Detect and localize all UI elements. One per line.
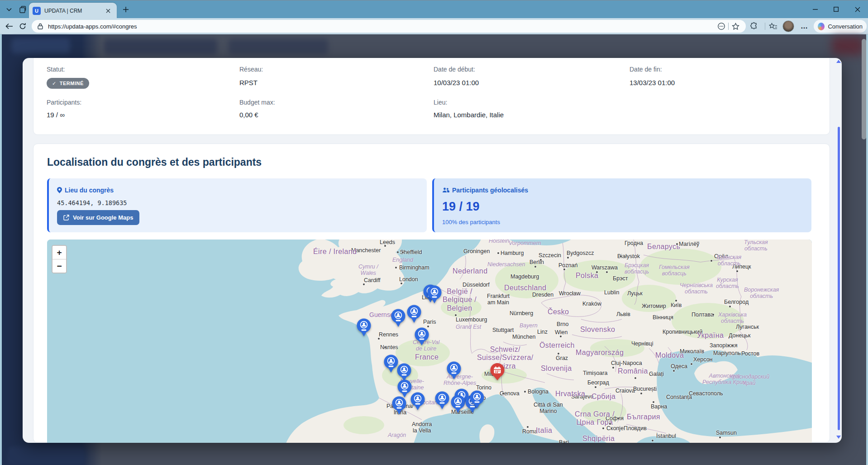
map-label: București bbox=[633, 386, 657, 392]
congress-marker[interactable] bbox=[489, 363, 506, 383]
new-tab-button[interactable] bbox=[120, 4, 131, 15]
map-city-dot bbox=[397, 251, 399, 253]
window-close-button[interactable] bbox=[847, 0, 868, 18]
browser-toolbar: https://updata-apps.com/#congres … Conve… bbox=[0, 18, 868, 34]
map-label: Magyarország bbox=[576, 349, 624, 357]
map-label: Bayern bbox=[520, 322, 538, 329]
profile-avatar[interactable] bbox=[782, 20, 794, 32]
browser-tab[interactable]: U UPDATA | CRM bbox=[29, 3, 117, 19]
url-text[interactable]: https://updata-apps.com/#congres bbox=[48, 23, 715, 30]
map-city-dot bbox=[497, 252, 499, 254]
map-city-dot bbox=[653, 401, 654, 403]
field-label-participants: Participants: bbox=[47, 99, 81, 106]
map-label: Nürnberg bbox=[510, 310, 533, 316]
browser-scrollbar-thumb[interactable] bbox=[862, 39, 866, 139]
map-label: Vorpommern bbox=[509, 240, 541, 246]
map-label: Беларусь bbox=[647, 243, 680, 251]
refresh-button[interactable] bbox=[16, 20, 29, 33]
map-label: Stuttgart bbox=[492, 327, 514, 333]
modal-scroll-down-arrow[interactable] bbox=[836, 436, 841, 439]
map-label: Andorra la Vella bbox=[412, 421, 432, 434]
split-screen-icon[interactable] bbox=[715, 20, 727, 32]
map-label: Орёл bbox=[714, 253, 728, 259]
field-value-date-fin: 13/03/23 01:00 bbox=[630, 79, 675, 86]
participant-marker[interactable] bbox=[434, 391, 450, 412]
participant-marker[interactable] bbox=[356, 318, 372, 339]
map-label: Hrvatska bbox=[555, 390, 585, 398]
lock-icon[interactable] bbox=[36, 20, 44, 32]
settings-more-icon[interactable]: … bbox=[798, 20, 811, 33]
localisation-card: Localisation du congrès et des participa… bbox=[33, 144, 830, 443]
address-bar[interactable]: https://updata-apps.com/#congres bbox=[32, 20, 746, 33]
participant-marker[interactable] bbox=[427, 285, 442, 306]
map-label: Dresden bbox=[532, 292, 553, 298]
tab-title: UPDATA | CRM bbox=[44, 8, 106, 14]
map-label: Маріуполь bbox=[713, 350, 741, 356]
participant-marker[interactable] bbox=[450, 395, 466, 416]
map-label: Timișoara bbox=[583, 370, 607, 376]
field-label-date-debut: Date de début: bbox=[434, 66, 475, 73]
tab-search-chevron-button[interactable] bbox=[4, 4, 14, 15]
congress-detail-modal: Statut: ✓ TERMINÉ Réseau: RPST Date de d… bbox=[23, 58, 842, 443]
map-label: Holstein bbox=[489, 240, 509, 244]
google-maps-button[interactable]: Voir sur Google Maps bbox=[57, 210, 139, 225]
map-city-dot bbox=[384, 346, 386, 348]
check-icon: ✓ bbox=[52, 81, 57, 86]
map-city-dot bbox=[401, 283, 402, 284]
tab-close-icon[interactable] bbox=[106, 7, 113, 15]
map-label: Česko bbox=[548, 308, 569, 316]
participant-marker[interactable] bbox=[406, 305, 422, 326]
map-city-dot bbox=[640, 393, 642, 394]
map-label: Shqipëria bbox=[582, 435, 615, 443]
window-edge-left bbox=[0, 34, 2, 465]
participant-marker[interactable] bbox=[410, 392, 425, 413]
participants-map[interactable]: LeedsManchesterSheffieldBirminghamCardif… bbox=[47, 240, 812, 443]
map-label: Автономна Республіка Крим bbox=[702, 373, 746, 386]
participant-marker[interactable] bbox=[391, 396, 407, 417]
modal-scrollbar-thumb[interactable] bbox=[838, 127, 840, 430]
map-label: Roma bbox=[522, 428, 537, 435]
map-label: Брэст bbox=[613, 275, 628, 282]
favorite-star-icon[interactable] bbox=[730, 20, 741, 32]
map-label: London bbox=[399, 276, 418, 283]
map-label: Nantes bbox=[380, 344, 398, 350]
workspaces-icon[interactable] bbox=[16, 3, 29, 16]
participant-marker[interactable] bbox=[414, 327, 429, 348]
extensions-puzzle-icon[interactable] bbox=[748, 20, 760, 33]
map-label: Харківська область bbox=[718, 312, 747, 325]
map-label: Groningen bbox=[463, 248, 490, 254]
map-zoom-out-button[interactable]: − bbox=[52, 259, 66, 273]
participant-marker[interactable] bbox=[469, 390, 485, 411]
favorites-bar-icon[interactable] bbox=[767, 20, 779, 33]
map-label: Wien bbox=[555, 329, 568, 336]
map-city-dot bbox=[384, 245, 386, 247]
map-city-dot bbox=[378, 338, 380, 340]
divider bbox=[728, 23, 729, 30]
map-label: Гродна bbox=[625, 240, 643, 246]
copilot-conversation-button[interactable]: Conversation bbox=[814, 20, 867, 33]
map-label: Скопје bbox=[606, 425, 624, 431]
map-label: Київ bbox=[671, 302, 682, 308]
map-label: София bbox=[606, 415, 624, 422]
map-label: Україна bbox=[697, 331, 724, 340]
map-label: Wrocław bbox=[559, 290, 581, 297]
participant-marker[interactable] bbox=[391, 309, 406, 330]
map-label: Frankfurt am Main bbox=[487, 293, 510, 306]
map-label: Birmingham bbox=[399, 264, 429, 271]
map-label: Berlin bbox=[529, 259, 544, 265]
back-button[interactable] bbox=[3, 20, 15, 33]
map-city-dot bbox=[712, 314, 714, 316]
map-label: Linz bbox=[537, 329, 548, 335]
window-minimize-button[interactable] bbox=[805, 0, 825, 18]
field-value-lieu: Milan, Lombardie, Italie bbox=[434, 111, 504, 119]
window-maximize-button[interactable] bbox=[825, 0, 846, 18]
participant-marker[interactable] bbox=[446, 361, 462, 382]
map-label: Constanța bbox=[666, 394, 692, 400]
map-label: Bari bbox=[559, 439, 569, 443]
map-zoom-in-button[interactable]: + bbox=[52, 246, 66, 259]
map-city-dot bbox=[602, 427, 604, 429]
map-label: Запоріжжя bbox=[710, 342, 737, 349]
map-label: Slovensko bbox=[580, 326, 615, 334]
map-label: Deutschland bbox=[504, 284, 546, 292]
modal-scroll-up-arrow[interactable] bbox=[836, 60, 841, 63]
